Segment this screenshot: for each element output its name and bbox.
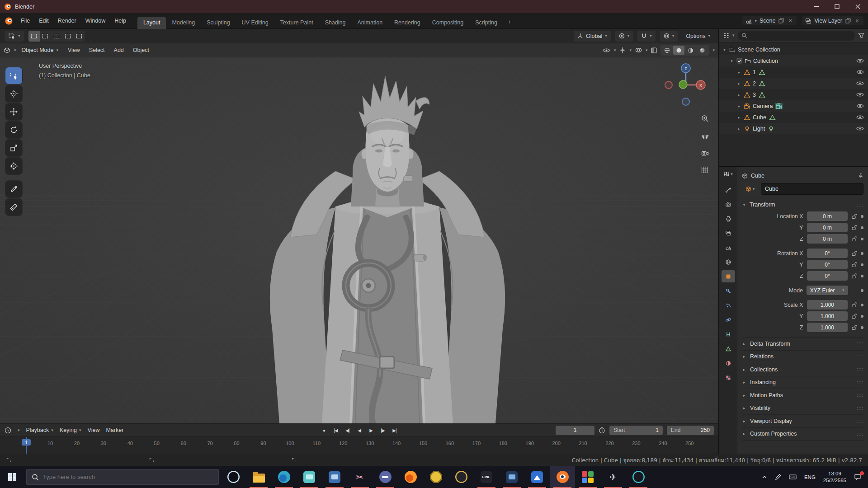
outliner-item-label[interactable]: Cube bbox=[753, 114, 766, 121]
taskbar-app-firefox[interactable] bbox=[398, 466, 423, 488]
select-mode-new[interactable] bbox=[28, 31, 40, 42]
workspace-tab-shading[interactable]: Shading bbox=[319, 17, 352, 29]
outliner-row-scene-collection[interactable]: ▾Scene Collection bbox=[719, 44, 868, 55]
editor-corner-icon[interactable] bbox=[149, 458, 154, 463]
visibility-eye-icon[interactable] bbox=[856, 103, 864, 108]
play-button[interactable]: ▶ bbox=[366, 426, 377, 435]
section-delta-transform[interactable]: ▸Delta Transform:::: bbox=[742, 338, 863, 351]
animate-property-dot[interactable] bbox=[861, 304, 863, 306]
taskbar-app-app-plane[interactable]: ✈ bbox=[600, 466, 626, 488]
outliner-item-label[interactable]: Collection bbox=[753, 58, 778, 64]
taskbar-app-app-media[interactable] bbox=[499, 466, 524, 488]
workspace-tab-uv-editing[interactable]: UV Editing bbox=[236, 17, 274, 29]
jump-to-end-button[interactable]: ▶| bbox=[389, 426, 400, 435]
outliner-row-collection[interactable]: ▾Collection bbox=[719, 55, 868, 66]
properties-tab-view-layer[interactable] bbox=[722, 227, 735, 239]
properties-tab-object-data[interactable] bbox=[722, 343, 735, 355]
tool-measure[interactable] bbox=[5, 199, 22, 216]
pan-hand-button[interactable] bbox=[698, 129, 712, 142]
navigation-gizmo[interactable]: Z X bbox=[661, 60, 711, 110]
panel-grip-icon[interactable]: :::: bbox=[857, 202, 863, 207]
editor-divider[interactable] bbox=[719, 166, 868, 167]
taskbar-app-file-explorer[interactable] bbox=[246, 466, 271, 488]
next-keyframe-button[interactable]: |▶ bbox=[377, 426, 388, 435]
taskbar-app-app-ring[interactable] bbox=[626, 466, 651, 488]
workspace-tab-scripting[interactable]: Scripting bbox=[469, 17, 503, 29]
properties-tab-tool[interactable] bbox=[722, 183, 735, 196]
shading-solid-button[interactable] bbox=[673, 46, 684, 55]
section-instancing[interactable]: ▸Instancing:::: bbox=[742, 376, 863, 389]
panel-grip-icon[interactable]: :::: bbox=[857, 418, 863, 423]
collapsed-arrow-icon[interactable]: ▸ bbox=[736, 115, 741, 120]
outliner-row-light[interactable]: ▸Light bbox=[719, 123, 868, 134]
outliner-row-camera[interactable]: ▸Camera bbox=[719, 100, 868, 112]
taskbar-search[interactable] bbox=[26, 469, 219, 485]
animate-property-dot[interactable] bbox=[861, 326, 863, 329]
gizmo-negative-x[interactable] bbox=[665, 81, 672, 89]
animate-property-dot[interactable] bbox=[861, 252, 863, 255]
remove-view-layer-button[interactable]: × bbox=[854, 18, 860, 24]
lock-icon[interactable] bbox=[851, 302, 857, 308]
panel-grip-icon[interactable]: :::: bbox=[857, 380, 863, 385]
tool-select-box[interactable] bbox=[5, 67, 22, 84]
visibility-dropdown[interactable] bbox=[603, 48, 610, 53]
taskbar-app-blender[interactable] bbox=[550, 466, 575, 488]
menu-edit[interactable]: Edit bbox=[35, 16, 53, 26]
timeline-menu-playback[interactable]: Playback▾ bbox=[26, 427, 53, 433]
outliner-row-2[interactable]: ▸2 bbox=[719, 78, 868, 89]
taskbar-app-app-avatar[interactable] bbox=[297, 466, 322, 488]
unlink-scene-button[interactable]: × bbox=[787, 18, 793, 24]
lock-icon[interactable] bbox=[851, 273, 857, 279]
lock-icon[interactable] bbox=[851, 236, 857, 242]
mode-select[interactable]: Object Mode ▾ bbox=[20, 45, 60, 56]
taskbar-app-photos[interactable] bbox=[524, 466, 550, 488]
transform-panel-header[interactable]: ▾ Transform :::: bbox=[742, 199, 863, 211]
visibility-eye-icon[interactable] bbox=[856, 58, 864, 63]
viewport-menu-select[interactable]: Select bbox=[85, 45, 109, 55]
timeline-menu-marker[interactable]: Marker bbox=[106, 427, 123, 433]
workspace-tab-rendering[interactable]: Rendering bbox=[388, 17, 426, 29]
editor-type-timeline-icon[interactable] bbox=[5, 427, 11, 434]
outliner-item-label[interactable]: Scene Collection bbox=[738, 47, 780, 53]
new-scene-button[interactable] bbox=[778, 18, 784, 23]
workspace-add-button[interactable]: + bbox=[503, 17, 515, 29]
maximize-button[interactable] bbox=[826, 0, 847, 13]
tool-annotate[interactable] bbox=[5, 181, 22, 197]
section-viewport-display[interactable]: ▸Viewport Display:::: bbox=[742, 415, 863, 428]
pivot-point-select[interactable]: ▾ bbox=[615, 31, 633, 42]
viewport-menu-view[interactable]: View bbox=[64, 45, 84, 55]
object-id-icon[interactable]: ▾ bbox=[742, 183, 758, 195]
panel-grip-icon[interactable]: :::: bbox=[857, 341, 863, 346]
value-field[interactable]: 0 m bbox=[807, 223, 848, 232]
preview-range-clock-icon[interactable] bbox=[599, 427, 605, 434]
clock[interactable]: 13:09 25/2/2565 bbox=[823, 470, 846, 484]
taskbar-app-discord[interactable] bbox=[373, 466, 398, 488]
value-field[interactable]: 1.000 bbox=[807, 323, 848, 332]
pen-icon[interactable] bbox=[775, 474, 781, 480]
section-collections[interactable]: ▸Collections:::: bbox=[742, 363, 863, 376]
lock-icon[interactable] bbox=[851, 213, 857, 219]
frame-start-field[interactable]: Start 1 bbox=[609, 426, 663, 435]
taskbar-app-app-globe[interactable] bbox=[448, 466, 474, 488]
animate-property-dot[interactable] bbox=[861, 289, 863, 292]
outliner-item-label[interactable]: Light bbox=[753, 126, 765, 132]
minimize-button[interactable] bbox=[806, 0, 826, 13]
previous-keyframe-button[interactable]: ◀| bbox=[342, 426, 353, 435]
taskbar-app-edge[interactable] bbox=[271, 466, 297, 488]
taskbar-app-app-yellow[interactable] bbox=[423, 466, 448, 488]
pin-icon[interactable] bbox=[858, 173, 863, 178]
view-layer-selector[interactable]: View Layer × bbox=[802, 16, 863, 25]
camera-view-button[interactable] bbox=[698, 146, 712, 160]
value-field[interactable]: 1.000 bbox=[807, 311, 848, 321]
lock-icon[interactable] bbox=[851, 225, 857, 230]
outliner-item-label[interactable]: 3 bbox=[753, 92, 756, 98]
workspace-tab-sculpting[interactable]: Sculpting bbox=[201, 17, 236, 29]
taskbar-app-cortana[interactable] bbox=[221, 466, 246, 488]
playhead-current-frame[interactable]: 1 bbox=[22, 439, 31, 446]
select-mode-intersect[interactable] bbox=[74, 31, 85, 42]
outliner-item-label[interactable]: Camera bbox=[753, 103, 773, 109]
play-reverse-button[interactable]: ◀ bbox=[354, 426, 365, 435]
menu-render[interactable]: Render bbox=[54, 16, 80, 26]
section-visibility[interactable]: ▸Visibility:::: bbox=[742, 402, 863, 415]
properties-tab-modifiers[interactable] bbox=[722, 285, 735, 297]
